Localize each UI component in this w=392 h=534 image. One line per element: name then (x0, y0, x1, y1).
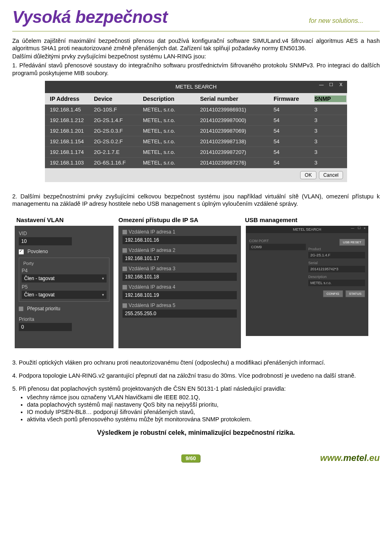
cell-desc: METEL, s.r.o. (143, 128, 200, 134)
vid-input[interactable]: 10 (19, 237, 72, 245)
cell-fw: 54 (274, 160, 314, 166)
cell-dev: 2G-10S.F (94, 107, 143, 113)
cancel-button[interactable]: Cancel (319, 171, 343, 179)
ip-checkbox[interactable] (122, 248, 127, 253)
cell-desc: METEL, s.r.o. (143, 117, 200, 123)
p5-select-value: Člen - tagovat (24, 292, 55, 298)
para2: 2. Dalšími bezpečnostními prvky zvyšujíc… (12, 193, 380, 207)
ip-checkbox[interactable] (122, 267, 127, 271)
ip-input[interactable]: 192.168.101.17 (122, 254, 237, 263)
table-header: IP Address Device Description Serial num… (45, 93, 347, 105)
usb-window-title: METEL SEARCH (293, 227, 321, 231)
cell-dev: 2G-2.1.7.E (94, 149, 143, 155)
ip-checkbox[interactable] (122, 230, 127, 234)
ip-label: Vzdálená IP adresa 1 (129, 229, 176, 235)
tagline: for new solutions... (309, 17, 380, 24)
config-button[interactable]: CONFIG (323, 290, 343, 297)
cell-dev: 2G-2S.0.3.F (94, 128, 143, 134)
povoleno-label: Povoleno (27, 249, 48, 254)
prepsat-checkbox[interactable] (19, 307, 23, 311)
ipsa-panel: Vzdálená IP adresa 1192.168.101.16Vzdále… (118, 226, 241, 348)
ip-checkbox[interactable] (122, 285, 127, 289)
intro-p3: 1. Předávání stavů přenosové soustavy do… (12, 62, 380, 76)
label-vlan: Nastavení VLAN (12, 216, 118, 223)
list-item: IO moduly IPSEN-BL8… podporují šifrování… (27, 409, 380, 415)
p4-select[interactable]: Člen - tagovat ▾ (22, 274, 107, 283)
url-post: .eu (367, 453, 380, 463)
intro-p1: Za účelem zajištění maximální bezpečnost… (12, 37, 380, 52)
cell-fw: 54 (274, 138, 314, 145)
cell-ser: 201410239987138) (200, 138, 274, 145)
intro-p2: Dalšími důležitými prvky zvyšujícími bez… (12, 53, 380, 60)
product-label: Product (308, 247, 365, 251)
para5: 5. Při přenosu dat poplachových systémů … (12, 385, 380, 392)
usb-panel: METEL SEARCH — ☐ x COM PORT COM9 USB RES… (246, 226, 368, 336)
col-fw: Firmware (274, 96, 314, 102)
cell-desc: METEL, s.r.o. (143, 107, 200, 113)
cell-ip: 192.168.1.174 (45, 149, 94, 155)
desc-value: METEL s.r.o. (308, 280, 365, 286)
cell-dev: 2G-2S.1.4.F (94, 117, 143, 123)
cell-ip: 192.168.1.103 (45, 160, 94, 166)
cell-snmp: 3 (314, 149, 346, 155)
list-item: všechny rámce jsou označeny VLAN hlavičk… (27, 394, 380, 400)
metel-search-window: METEL SEARCH — ☐ X IP Address Device Des… (45, 81, 347, 182)
cell-ser: 201410239987276) (200, 160, 274, 166)
ip-input[interactable]: 192.168.101.19 (122, 291, 237, 299)
table-row[interactable]: 192.168.1.1742G-2.1.7.EMETEL, s.r.o.2014… (45, 147, 347, 158)
ip-label: Vzdálená IP adresa 4 (129, 284, 176, 290)
usb-reset-button[interactable]: USB RESET (339, 239, 365, 246)
vid-label: VID (19, 231, 109, 236)
cell-ser: 201410239987207) (200, 149, 274, 155)
url-pre: www. (320, 453, 343, 463)
p4-select-value: Člen - tagovat (24, 276, 55, 281)
window-title: METEL SEARCH (176, 84, 217, 90)
cell-ser: 201410239986931) (200, 107, 274, 113)
cell-snmp: 3 (314, 138, 346, 145)
table-row[interactable]: 192.168.1.2122G-2S.1.4.FMETEL, s.r.o.201… (45, 115, 347, 126)
cell-snmp: 3 (314, 117, 346, 123)
table-row[interactable]: 192.168.1.1542G-2S.0.2.FMETEL, s.r.o.201… (45, 136, 347, 147)
ip-checkbox[interactable] (122, 303, 127, 308)
desc-label: Description (308, 275, 365, 279)
priorita-input[interactable]: 0 (19, 323, 72, 331)
chevron-down-icon: ▾ (102, 276, 104, 280)
povoleno-checkbox[interactable] (19, 249, 24, 254)
serial-label: Serial (308, 261, 365, 265)
cell-snmp: 3 (314, 160, 346, 166)
ip-label: Vzdálená IP adresa 3 (129, 266, 176, 271)
ip-input[interactable]: 255.255.255.0 (122, 309, 237, 318)
cell-ip: 192.168.1.154 (45, 138, 94, 145)
col-desc: Description (143, 96, 200, 102)
p5-select[interactable]: Člen - tagovat ▾ (22, 291, 107, 299)
cell-dev: 2G-2S.0.2.F (94, 138, 143, 145)
comport-label: COM PORT (249, 239, 306, 243)
label-usb: USB management (245, 216, 359, 223)
usb-window-controls[interactable]: — ☐ x (351, 226, 367, 230)
minimize-icon[interactable]: — (318, 82, 324, 87)
cell-fw: 54 (274, 149, 314, 155)
priorita-label: Priorita (19, 316, 109, 322)
ip-input[interactable]: 192.168.101.18 (122, 273, 237, 281)
serial-value: 201412195742*3 (308, 266, 365, 272)
comport-value[interactable]: COM9 (249, 244, 306, 250)
chevron-down-icon: ▾ (102, 293, 104, 297)
status-button[interactable]: STATUS (345, 290, 365, 297)
table-row[interactable]: 192.168.1.452G-10S.FMETEL, s.r.o.2014102… (45, 105, 347, 115)
close-icon[interactable]: X (338, 82, 344, 87)
page-title: Vysoká bezpečnost (12, 7, 168, 27)
cell-fw: 54 (274, 128, 314, 134)
table-row[interactable]: 192.168.1.2012G-2S.0.3.FMETEL, s.r.o.201… (45, 126, 347, 136)
ip-input[interactable]: 192.168.101.16 (122, 236, 237, 244)
list-item: aktivita všech portů přenosového systému… (27, 416, 380, 423)
ip-label: Vzdálená IP adresa 2 (129, 247, 176, 253)
conclusion: Výsledkem je robustní celek, minimalizuj… (12, 429, 380, 436)
ok-button[interactable]: OK (300, 171, 316, 179)
product-value: 2G-2S.1.4.F (308, 252, 365, 258)
cell-ser: 201410239987000) (200, 117, 274, 123)
page-number: 9/60 (181, 454, 200, 462)
table-row[interactable]: 192.168.1.1032G-6S.1.16.FMETEL, s.r.o.20… (45, 158, 347, 168)
url-bold: metel (343, 453, 367, 463)
maximize-icon[interactable]: ☐ (328, 82, 334, 87)
vlan-panel: VID 10 Povoleno Porty P4 Člen - tagovat … (15, 226, 114, 348)
